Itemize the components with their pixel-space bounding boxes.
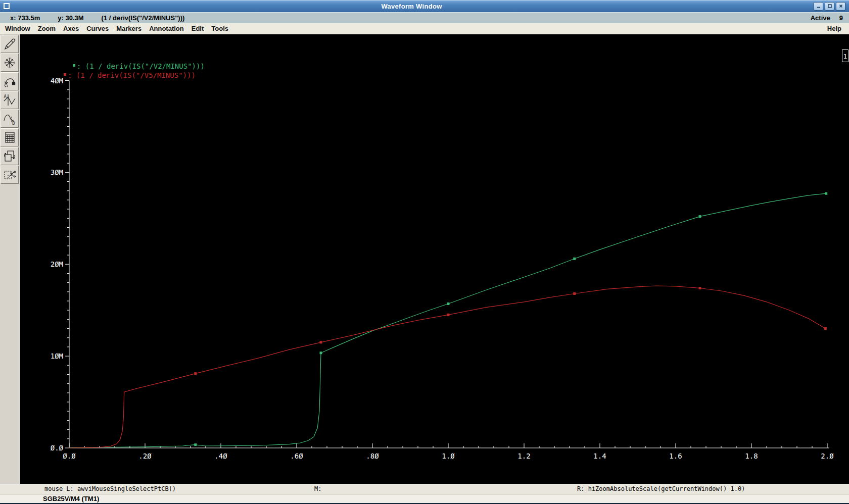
y-tick-label: 1ØM bbox=[51, 352, 63, 360]
y-tick-label: 2ØM bbox=[51, 260, 63, 268]
sweep-redraw-tool-button[interactable] bbox=[1, 72, 19, 90]
waveform-a-tool-button[interactable]: A bbox=[1, 91, 19, 109]
data-point-marker[interactable] bbox=[447, 303, 450, 305]
pen-icon bbox=[3, 37, 16, 51]
minimize-icon bbox=[816, 4, 821, 9]
menu-bar: WindowZoomAxesCurvesMarkersAnnotationEdi… bbox=[0, 23, 849, 34]
cut-subwindow-tool-button[interactable] bbox=[1, 166, 19, 184]
wave-b-icon: B bbox=[3, 112, 16, 125]
calculator-tool-button[interactable] bbox=[1, 128, 19, 146]
cut-scissors-icon bbox=[3, 168, 16, 181]
subwindow-number: 1 bbox=[843, 53, 847, 60]
legend-marker-icon bbox=[73, 64, 75, 67]
wave-a-icon: A bbox=[3, 93, 16, 107]
copy-window-tool-button[interactable] bbox=[1, 147, 19, 165]
data-point-marker[interactable] bbox=[194, 443, 197, 446]
close-icon bbox=[838, 4, 843, 9]
mouse-binding-bar: mouse L: awviMouseSingleSelectPtCB() M: … bbox=[0, 484, 849, 494]
x-tick-label: .4Ø bbox=[214, 452, 227, 460]
y-tick-label: Ø.Ø bbox=[51, 444, 64, 452]
window-menu-icon[interactable] bbox=[4, 3, 10, 9]
menu-markers[interactable]: Markers bbox=[114, 24, 144, 33]
data-point-marker[interactable] bbox=[699, 287, 701, 289]
x-tick-label: Ø.Ø bbox=[63, 452, 76, 460]
data-point-marker[interactable] bbox=[699, 215, 701, 218]
curve-v2-minus[interactable] bbox=[69, 192, 827, 447]
data-point-marker[interactable] bbox=[573, 258, 576, 260]
x-tick-label: 1.8 bbox=[745, 452, 758, 460]
waveform-window: Waveform Window x: 733.5m y: 30.3M (1 / … bbox=[0, 0, 849, 504]
waveform-b-tool-button[interactable]: B bbox=[1, 110, 19, 128]
selected-expression: (1 / deriv(IS("/V2/MINUS"))) bbox=[102, 14, 185, 22]
tool-palette: AB bbox=[0, 34, 20, 484]
legend-marker-icon bbox=[64, 73, 66, 76]
legend-entry-v5-minus[interactable]: : (1 / deriv(IS("/V5/MINUS"))) bbox=[64, 71, 196, 79]
cursor-readout-bar: x: 733.5m y: 30.3M (1 / deriv(IS("/V2/MI… bbox=[0, 12, 849, 23]
copy-window-icon bbox=[3, 149, 16, 163]
pen-tool-button[interactable] bbox=[1, 35, 19, 53]
data-point-marker[interactable] bbox=[573, 292, 576, 295]
cursor-y-readout: y: 30.3M bbox=[58, 14, 83, 22]
legend-label: : (1 / deriv(IS("/V2/MINUS"))) bbox=[77, 62, 205, 70]
x-tick-label: .6Ø bbox=[290, 452, 303, 460]
data-point-marker[interactable] bbox=[824, 327, 827, 330]
legend-entry-v2-minus[interactable]: : (1 / deriv(IS("/V2/MINUS"))) bbox=[73, 62, 205, 70]
legend-label: : (1 / deriv(IS("/V5/MINUS"))) bbox=[68, 71, 196, 79]
tick-labels: Ø.Ø1ØM2ØM3ØM4ØMØ.Ø.2Ø.4Ø.6Ø.8Ø1.Ø1.21.41… bbox=[51, 77, 834, 461]
x-tick-label: .8Ø bbox=[366, 452, 379, 460]
arc-arrow-icon bbox=[3, 75, 16, 88]
window-controls bbox=[814, 2, 845, 11]
active-count: 9 bbox=[839, 14, 843, 22]
window-title: Waveform Window bbox=[10, 3, 814, 10]
x-tick-label: 1.Ø bbox=[442, 452, 455, 460]
x-tick-label: 1.6 bbox=[669, 452, 682, 460]
close-button[interactable] bbox=[836, 2, 845, 11]
waveform-chart[interactable]: Ø.Ø1ØM2ØM3ØM4ØMØ.Ø.2Ø.4Ø.6Ø.8Ø1.Ø1.21.41… bbox=[20, 34, 849, 484]
window-body: AB Ø.Ø1ØM2ØM3ØM4ØMØ.Ø.2Ø.4Ø.6Ø.8Ø1.Ø1.21… bbox=[0, 34, 849, 484]
menu-tools[interactable]: Tools bbox=[209, 24, 231, 33]
data-point-marker[interactable] bbox=[447, 314, 450, 316]
curve-v5-minus[interactable] bbox=[69, 286, 827, 448]
title-bar[interactable]: Waveform Window bbox=[0, 0, 849, 12]
menu-annotation[interactable]: Annotation bbox=[147, 24, 186, 33]
calculator-icon bbox=[3, 131, 16, 144]
subwindow-number-badge: 1 bbox=[842, 50, 848, 62]
design-context-label: SGB25V/M4 (TM1) bbox=[43, 495, 99, 502]
x-tick-label: 1.2 bbox=[517, 452, 530, 460]
menu-window[interactable]: Window bbox=[3, 24, 33, 33]
data-point-marker[interactable] bbox=[320, 351, 322, 354]
active-label: Active bbox=[811, 14, 830, 22]
cursor-x-readout: x: 733.5m bbox=[10, 14, 40, 22]
menu-curves[interactable]: Curves bbox=[84, 24, 111, 33]
mouse-right-binding: R: hiZoomAbsoluteScale(getCurrentWindow(… bbox=[577, 485, 745, 492]
y-tick-label: 4ØM bbox=[51, 77, 63, 85]
maximize-icon bbox=[827, 4, 832, 9]
menu-edit[interactable]: Edit bbox=[189, 24, 207, 33]
data-point-marker[interactable] bbox=[320, 341, 322, 343]
mouse-middle-binding: M: bbox=[314, 485, 321, 492]
mouse-left-binding: mouse L: awviMouseSingleSelectPtCB() bbox=[44, 485, 176, 492]
star-arrows-icon bbox=[3, 56, 16, 69]
x-tick-label: 2.Ø bbox=[821, 452, 834, 460]
maximize-button[interactable] bbox=[825, 2, 834, 11]
svg-text:B: B bbox=[12, 121, 15, 125]
x-tick-label: .2Ø bbox=[138, 452, 152, 460]
minimize-button[interactable] bbox=[814, 2, 823, 11]
data-point-marker[interactable] bbox=[194, 372, 197, 375]
svg-text:A: A bbox=[4, 94, 7, 99]
zoom-fit-tool-button[interactable] bbox=[1, 54, 19, 72]
footer-bar: SGB25V/M4 (TM1) bbox=[0, 494, 849, 503]
axes bbox=[65, 81, 829, 448]
menu-axes[interactable]: Axes bbox=[61, 24, 81, 33]
plot-area[interactable]: Ø.Ø1ØM2ØM3ØM4ØMØ.Ø.2Ø.4Ø.6Ø.8Ø1.Ø1.21.41… bbox=[20, 34, 849, 484]
menu-help[interactable]: Help bbox=[825, 24, 844, 33]
y-tick-label: 3ØM bbox=[51, 168, 63, 176]
x-tick-label: 1.4 bbox=[593, 452, 606, 460]
data-point-marker[interactable] bbox=[825, 192, 827, 195]
menu-zoom[interactable]: Zoom bbox=[35, 24, 58, 33]
